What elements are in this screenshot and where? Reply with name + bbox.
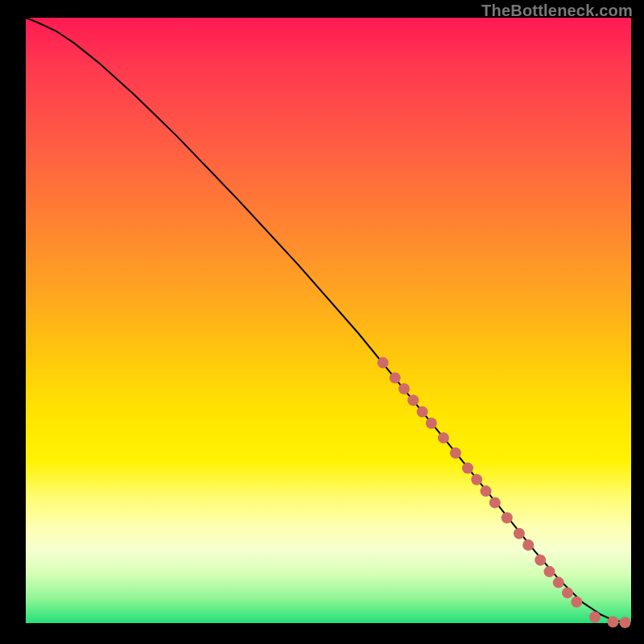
highlight-dot xyxy=(462,463,473,474)
highlight-dot xyxy=(535,555,546,566)
highlight-dot xyxy=(438,432,449,444)
highlight-dot xyxy=(522,539,534,551)
highlight-dot xyxy=(417,407,428,418)
highlight-dot xyxy=(620,617,631,628)
highlight-dot xyxy=(589,612,601,623)
highlight-dot xyxy=(553,577,564,588)
highlight-dot xyxy=(481,485,492,497)
highlight-dot xyxy=(398,383,410,394)
chart-stage: TheBottleneck.com xyxy=(0,0,644,644)
highlight-dots-group xyxy=(378,357,631,629)
highlight-dot xyxy=(426,418,437,429)
highlight-dot xyxy=(489,497,501,508)
plot-area xyxy=(26,18,631,623)
highlight-dot xyxy=(562,587,573,598)
bottleneck-curve xyxy=(26,18,631,622)
highlight-dot xyxy=(407,394,419,406)
highlight-dot xyxy=(390,372,401,383)
highlight-dot xyxy=(450,448,461,459)
highlight-dot xyxy=(471,474,482,485)
highlight-dot xyxy=(514,528,525,539)
chart-overlay-svg xyxy=(26,18,631,623)
highlight-dot xyxy=(607,617,618,628)
highlight-dot xyxy=(544,566,555,577)
highlight-dot xyxy=(378,357,389,369)
highlight-dot xyxy=(502,512,513,523)
highlight-dot xyxy=(571,597,582,608)
